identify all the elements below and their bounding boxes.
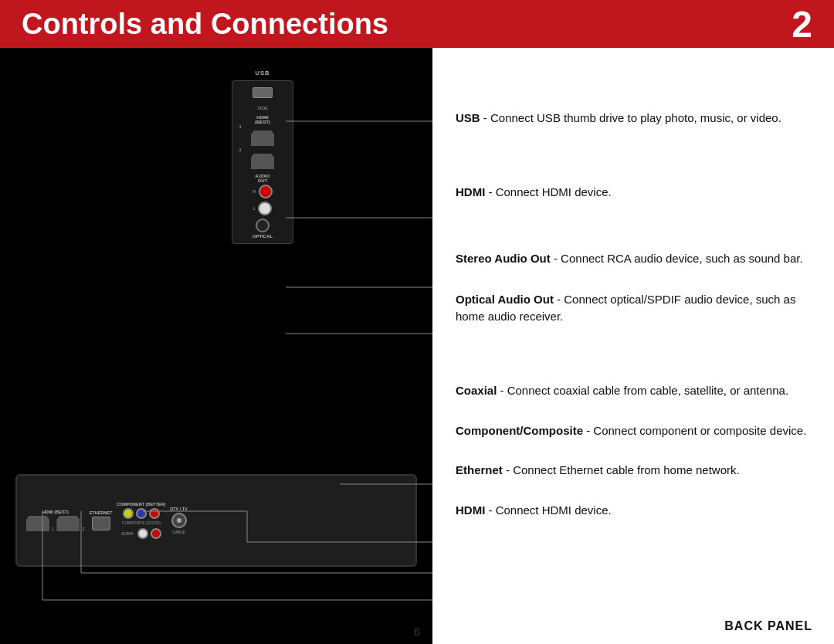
desc-component-bold: Component/Composite [456,424,583,437]
back-hdmi2 [56,516,80,531]
desc-component-text: - Connect component or composite device. [583,424,806,437]
desc-ethernet-bold: Ethernet [456,463,503,476]
desc-hdmi-back-text: - Connect HDMI device. [485,503,611,517]
r-label: R [253,189,256,194]
footer-page-number: 6 [414,625,420,638]
main-content: USB SIDE HDMI (BEST) 4 3 AUDIO OUT [0,48,834,644]
optical-port [256,219,270,232]
hdmi-best-label: HDMI (BEST) [255,115,270,124]
usb-port [253,87,273,98]
l-label: L [253,206,256,211]
desc-hdmi-side-text: - Connect HDMI device. [485,185,611,198]
page-number-badge: 2 [792,3,812,46]
page-header: Controls and Connections 2 [0,0,834,48]
audio-out-label: AUDIO OUT [255,174,270,183]
usb-port-label: USB [256,69,270,76]
desc-hdmi-back: HDMI - Connect HDMI device. [456,502,811,519]
hdmi4-num: 4 [239,124,241,129]
rca-r-row: R [253,183,272,200]
audio-back-label: AUDIO [121,531,134,536]
hdmi3-num: 3 [239,147,241,152]
desc-optical-bold: Optical Audio Out [456,293,554,306]
cable-label: CABLE [172,530,185,534]
back-dtv-label: DTV / TV [170,507,188,511]
rca-r-port [259,185,273,198]
side-panel-illustration: USB SIDE HDMI (BEST) 4 3 AUDIO OUT [224,69,301,244]
back-audio-ports: AUDIO [121,528,161,539]
back-ethernet-port [92,517,110,530]
left-panel: USB SIDE HDMI (BEST) 4 3 AUDIO OUT [0,48,432,644]
desc-optical: Optical Audio Out - Connect optical/SPDI… [456,291,811,325]
desc-usb-text: - Connect USB thumb drive to play photo,… [480,111,781,124]
back-ethernet-group: ETHERNET [90,510,113,530]
back-coax-port [171,513,187,528]
hdmi3-port [251,154,274,169]
desc-stereo-bold: Stereo Audio Out [456,252,551,265]
composite-label: COMPOSITE (GOOD) [122,520,161,525]
desc-usb: USB - Connect USB thumb drive to play ph… [456,110,811,127]
back-hdmi1 [26,516,49,531]
back-component-ports [123,508,160,519]
side-panel-box: SIDE HDMI (BEST) 4 3 AUDIO OUT R L [232,80,293,244]
back-component-label: COMPONENT (BETTER) [117,502,165,507]
audio-r [151,528,161,539]
side-text: SIDE [257,106,268,110]
rca-l-row: L [253,200,272,217]
desc-hdmi-side-bold: HDMI [456,185,485,198]
back-panel-illustration: HDMI (BEST) 1 2 ETHERNET COMPONENT (BETT… [15,474,417,567]
desc-ethernet: Ethernet - Connect Ethernet cable from h… [456,462,811,479]
comp-yv [123,508,134,519]
desc-component: Component/Composite - Connect component … [456,422,811,439]
audio-l [137,528,148,539]
page-title: Controls and Connections [22,8,388,41]
hdmi4-port [251,130,274,146]
coax-inner [177,518,181,523]
desc-stereo-text: - Connect RCA audio device, such as soun… [551,252,803,265]
usb-port-row [236,87,290,98]
comp-pr [149,508,160,519]
back-panel-label: BACK PANEL [724,619,812,633]
desc-stereo: Stereo Audio Out - Connect RCA audio dev… [456,250,811,267]
back-component-group: COMPONENT (BETTER) COMPOSITE (GOOD) AUDI… [117,502,165,539]
back-coax-group: DTV / TV CABLE [170,507,188,534]
desc-ethernet-text: - Connect Ethernet cable from home netwo… [503,463,740,476]
rca-l-port [258,202,272,215]
comp-pb [136,508,147,519]
desc-coaxial-text: - Connect coaxial cable from cable, sate… [497,384,788,397]
optical-label: OPTICAL [253,234,273,239]
right-panel: USB - Connect USB thumb drive to play ph… [432,48,834,644]
back-hdmi-ports: 1 2 [26,516,85,531]
desc-coaxial-bold: Coaxial [456,384,497,397]
desc-usb-bold: USB [456,111,480,124]
back-ethernet-label: ETHERNET [90,510,113,515]
back-hdmi-label: HDMI (BEST) [42,510,69,514]
back-hdmi-group: HDMI (BEST) 1 2 [26,510,85,531]
desc-coaxial: Coaxial - Connect coaxial cable from cab… [456,382,811,399]
desc-hdmi-side: HDMI - Connect HDMI device. [456,184,811,201]
desc-hdmi-back-bold: HDMI [456,503,485,517]
